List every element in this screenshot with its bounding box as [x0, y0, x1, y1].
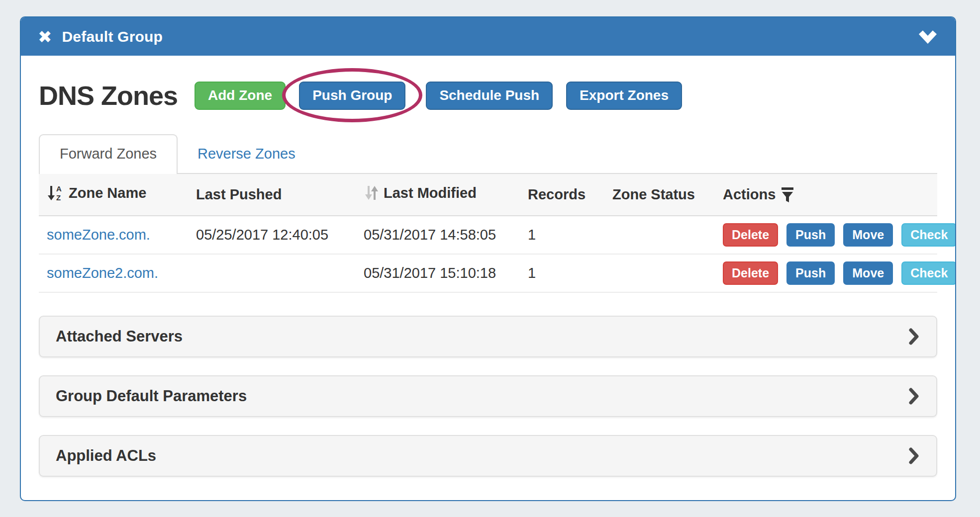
column-header-zone-status[interactable]: Zone Status: [604, 174, 715, 216]
sort-icon: [364, 184, 379, 202]
column-header-zone-name[interactable]: A Z Zone Name: [39, 174, 188, 216]
add-zone-button[interactable]: Add Zone: [195, 82, 286, 110]
zone-row: someZone2.com. 05/31/2017 15:10:18 1 Del…: [39, 254, 937, 292]
sort-alpha-asc-icon: A Z: [47, 184, 64, 202]
chevron-right-icon: [908, 446, 920, 465]
chevron-down-icon: [917, 30, 938, 44]
zones-table-header-row: A Z Zone Name Last Pushed: [39, 174, 937, 216]
export-zones-button[interactable]: Export Zones: [566, 82, 682, 110]
column-header-records[interactable]: Records: [520, 174, 604, 216]
tab-reverse-zones[interactable]: Reverse Zones: [178, 135, 315, 173]
actions-cell: Delete Push Move Check: [715, 254, 937, 292]
delete-button[interactable]: Delete: [723, 261, 778, 285]
zone-name-link[interactable]: someZone.com.: [47, 227, 150, 243]
last-modified-cell: 05/31/2017 15:10:18: [356, 254, 520, 292]
toolbar: DNS Zones Add Zone Push Group Schedule P…: [39, 76, 937, 115]
actions-cell: Delete Push Move Check: [715, 216, 937, 254]
column-header-last-pushed[interactable]: Last Pushed: [188, 174, 356, 216]
group-panel-title: Default Group: [62, 28, 163, 45]
zones-table: A Z Zone Name Last Pushed: [39, 174, 937, 293]
zone-status-cell: [604, 216, 715, 254]
page-title: DNS Zones: [39, 80, 178, 111]
accordion-applied-acls[interactable]: Applied ACLs: [39, 435, 937, 477]
column-header-last-modified[interactable]: Last Modified: [356, 174, 520, 216]
move-button[interactable]: Move: [843, 223, 893, 247]
group-panel-body: DNS Zones Add Zone Push Group Schedule P…: [21, 76, 955, 477]
close-icon[interactable]: ✖: [38, 28, 52, 45]
zone-name-link[interactable]: someZone2.com.: [47, 265, 158, 281]
accordion-attached-servers[interactable]: Attached Servers: [39, 316, 937, 357]
filter-icon[interactable]: [781, 186, 794, 204]
zone-row: someZone.com. 05/25/2017 12:40:05 05/31/…: [39, 216, 937, 254]
svg-text:Z: Z: [56, 193, 61, 202]
chevron-right-icon: [908, 327, 920, 346]
tab-forward-zones[interactable]: Forward Zones: [39, 134, 178, 174]
push-button[interactable]: Push: [786, 261, 835, 285]
last-pushed-cell: 05/25/2017 12:40:05: [188, 216, 356, 254]
chevron-right-icon: [908, 387, 920, 406]
records-cell: 1: [520, 254, 604, 292]
accordion-group-default-parameters[interactable]: Group Default Parameters: [39, 375, 937, 417]
svg-text:A: A: [56, 184, 62, 193]
check-button[interactable]: Check: [901, 261, 956, 285]
move-button[interactable]: Move: [843, 261, 893, 285]
delete-button[interactable]: Delete: [723, 223, 778, 247]
records-cell: 1: [520, 216, 604, 254]
last-pushed-cell: [188, 254, 356, 292]
check-button[interactable]: Check: [901, 223, 956, 247]
last-modified-cell: 05/31/2017 14:58:05: [356, 216, 520, 254]
schedule-push-button[interactable]: Schedule Push: [426, 82, 553, 110]
panel-collapse-toggle[interactable]: [917, 30, 938, 44]
column-header-actions: Actions: [715, 174, 937, 216]
push-group-button[interactable]: Push Group: [299, 82, 405, 110]
group-panel: ✖ Default Group DNS Zones Add Zone Push …: [20, 16, 956, 501]
zone-status-cell: [604, 254, 715, 292]
zones-tab-bar: Forward Zones Reverse Zones: [39, 134, 937, 174]
push-group-button-wrap: Push Group: [299, 82, 405, 110]
push-button[interactable]: Push: [786, 223, 835, 247]
group-panel-header: ✖ Default Group: [21, 17, 955, 56]
